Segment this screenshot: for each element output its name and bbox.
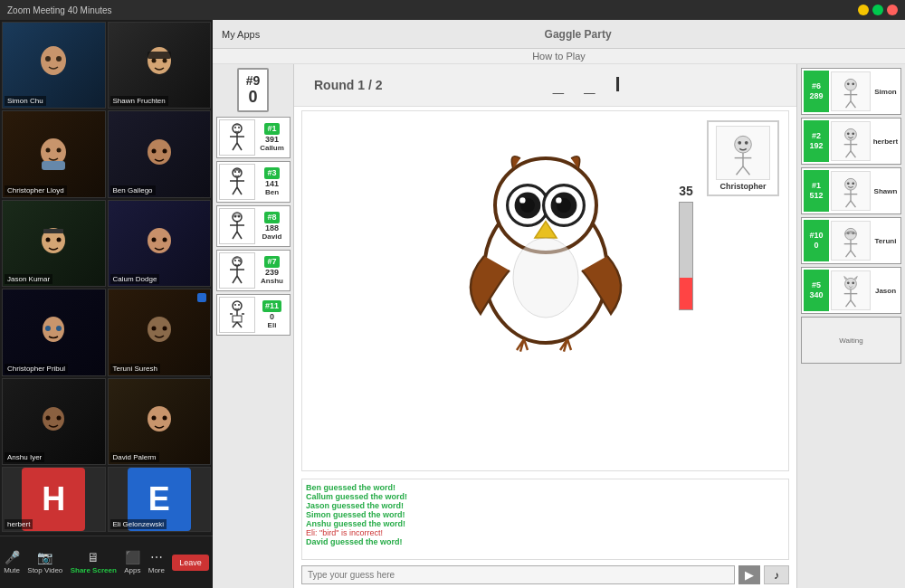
svg-point-1 [45, 56, 51, 62]
msg-3: Simon guessed the word! [306, 510, 785, 519]
player-info-eli: #11 0 Eli [257, 300, 288, 329]
more-control[interactable]: ⋯ More [148, 550, 165, 574]
stop-video-control[interactable]: 📷 Stop Video [27, 550, 62, 574]
player-name-anshu: Anshu [261, 277, 283, 285]
video-tile-christopher: Christopher Lloyd [2, 110, 106, 197]
drawer-name: Christopher [712, 182, 774, 191]
right-name-teruni: Teruni [872, 237, 899, 245]
apps-icon: ⬛ [125, 550, 140, 564]
video-tile-eli: E Eli Gelonzewski [108, 467, 212, 532]
video-tile-ben: Ben Gallego [108, 110, 212, 197]
round-current: 1 [357, 78, 365, 92]
video-tile-david: David Palerm [108, 378, 212, 465]
player-rank-eli: #11 [262, 300, 281, 312]
player-card-anshu: #7 239 Anshu [216, 250, 291, 291]
chat-send-button[interactable]: ▶ [738, 565, 760, 584]
msg-0: Ben guessed the word! [306, 483, 785, 492]
player-avatar-callum [219, 119, 255, 156]
top-score: 0 [246, 88, 261, 107]
msg-5: Eli: "bird" is incorrect! [306, 528, 785, 537]
player-score-anshu: 239 [265, 268, 279, 277]
leave-button[interactable]: Leave [172, 555, 209, 571]
msg-1: Callum guessed the word! [306, 492, 785, 501]
svg-point-16 [57, 237, 62, 242]
msg-6: David guessed the word! [306, 537, 785, 546]
svg-line-46 [237, 187, 242, 194]
svg-point-28 [46, 415, 51, 420]
player-score-callum: 391 [265, 135, 279, 144]
svg-line-124 [851, 300, 855, 307]
svg-point-26 [162, 327, 167, 331]
video-name-christopher-lloyd: Christopher Lloyd [5, 185, 67, 195]
messages-area: Ben guessed the word! Callum guessed the… [301, 479, 789, 560]
share-screen-label: Share Screen [71, 566, 117, 574]
svg-point-9 [57, 147, 62, 152]
round-total: 2 [376, 78, 383, 92]
svg-point-35 [238, 127, 240, 128]
svg-point-22 [45, 326, 51, 331]
player-rank-ben: #3 [264, 167, 279, 179]
right-name-herbert: herbert [872, 138, 899, 146]
player-score-david: 188 [265, 223, 279, 232]
svg-point-104 [845, 178, 857, 190]
player-rank-anshu: #7 [264, 256, 279, 268]
share-screen-control[interactable]: 🖥 Share Screen [71, 550, 117, 574]
svg-line-54 [237, 232, 242, 239]
player-name-ben: Ben [265, 188, 279, 196]
word-display: _ _ l [393, 70, 787, 100]
how-to-play-header: How to Play [213, 49, 905, 64]
right-name-shawn: Shawn [872, 187, 899, 195]
svg-point-76 [519, 197, 525, 203]
player-card-david: #8 188 David [216, 205, 291, 247]
player-avatar-eli [219, 297, 255, 333]
player-info-anshu: #7 239 Anshu [257, 256, 288, 285]
svg-point-32 [162, 415, 167, 420]
svg-line-102 [846, 151, 851, 157]
apps-control[interactable]: ⬛ Apps [124, 550, 140, 574]
minimize-button[interactable] [858, 5, 869, 15]
mute-control[interactable]: 🎤 Mute [4, 550, 20, 574]
drawing-canvas[interactable]: Christopher 35 [301, 110, 789, 471]
svg-point-8 [46, 147, 51, 152]
svg-point-106 [852, 182, 854, 185]
right-avatar-jason [831, 270, 871, 310]
svg-point-119 [847, 281, 850, 284]
right-player-card-simon: #6 289 Simon [801, 68, 901, 115]
video-tile-simon: Simon Chu [2, 22, 106, 109]
video-name-david: David Palerm [110, 452, 159, 462]
right-avatar-simon [831, 71, 871, 111]
video-name-christopher-pribul: Christopher Pribul [5, 364, 68, 374]
close-button[interactable] [887, 5, 898, 15]
svg-rect-65 [233, 316, 242, 322]
maximize-button[interactable] [872, 5, 883, 15]
player-avatar-anshu [219, 252, 255, 289]
svg-line-61 [237, 276, 242, 283]
svg-point-120 [852, 281, 854, 284]
video-tile-jason: Jason Kumar [2, 200, 106, 287]
chat-input[interactable] [301, 565, 735, 584]
game-content: #9 0 [213, 64, 905, 588]
player-info-ben: #3 141 Ben [257, 167, 288, 196]
right-player-card-jason: #5 340 [801, 267, 901, 314]
svg-line-117 [851, 251, 855, 257]
video-tile-anshu: Anshu Iyer [2, 378, 106, 465]
svg-point-99 [852, 132, 854, 135]
camera-icon: 📷 [37, 550, 52, 564]
music-button[interactable]: ♪ [764, 565, 789, 584]
svg-point-6 [162, 59, 167, 63]
svg-line-89 [743, 166, 749, 175]
app-header: My Apps Gaggle Party [213, 20, 905, 49]
right-waiting-label: Waiting [839, 337, 862, 345]
video-name-ben: Ben Gallego [110, 185, 156, 195]
more-icon: ⋯ [150, 550, 163, 564]
player-avatar-david [219, 208, 255, 244]
svg-point-63 [234, 304, 236, 306]
msg-4: Anshu guessed the word! [306, 519, 785, 528]
msg-2: Jason guessed the word! [306, 501, 785, 510]
svg-point-29 [57, 415, 62, 420]
zoom-controls-bar: 🎤 Mute 📷 Stop Video 🖥 Share Screen ⬛ App… [0, 536, 213, 588]
chat-input-area[interactable]: ▶ ♪ [301, 565, 789, 584]
svg-line-70 [237, 322, 242, 327]
player-rank-david: #8 [264, 212, 279, 223]
apps-label: Apps [124, 566, 140, 574]
